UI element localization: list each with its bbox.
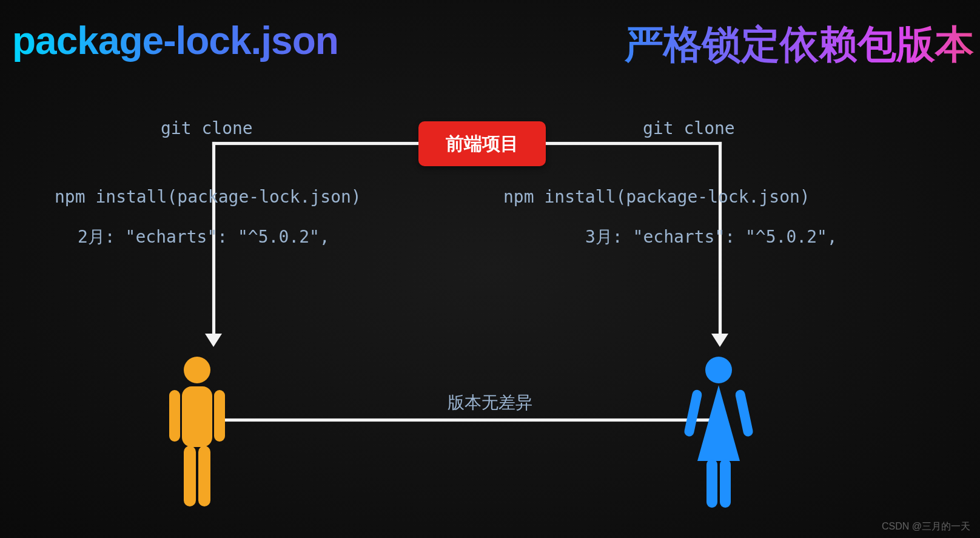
- person-left-icon: [161, 355, 233, 513]
- version-left-label: 2月: "echarts": "^5.0.2",: [78, 226, 330, 249]
- line-top-left: [212, 142, 418, 145]
- npm-install-left-label: npm install(package-lock.json): [55, 187, 361, 207]
- arrowhead-right-icon: [711, 334, 728, 347]
- npm-install-right-label: npm install(package-lock.json): [503, 187, 810, 207]
- svg-rect-1: [182, 386, 212, 447]
- svg-rect-11: [720, 459, 731, 508]
- title-left: package-lock.json: [12, 18, 338, 63]
- line-bottom: [218, 419, 710, 422]
- svg-rect-2: [169, 390, 180, 442]
- svg-rect-9: [734, 389, 754, 437]
- svg-point-0: [184, 357, 210, 383]
- person-right-icon: [682, 355, 755, 513]
- diagram-stage: package-lock.json 严格锁定依赖包版本 前端项目 git clo…: [0, 0, 980, 538]
- arrowhead-left-icon: [205, 334, 222, 347]
- line-top-right: [546, 142, 722, 145]
- svg-rect-10: [706, 459, 717, 508]
- project-box: 前端项目: [418, 121, 546, 166]
- git-clone-left-label: git clone: [161, 118, 253, 138]
- title-right: 严格锁定依赖包版本: [625, 18, 974, 71]
- svg-rect-3: [214, 390, 225, 442]
- watermark: CSDN @三月的一天: [882, 520, 970, 533]
- svg-rect-5: [198, 446, 210, 506]
- svg-marker-7: [697, 385, 740, 461]
- svg-rect-8: [683, 389, 703, 437]
- version-right-label: 3月: "echarts": "^5.0.2",: [585, 226, 837, 249]
- svg-point-6: [705, 357, 732, 383]
- git-clone-right-label: git clone: [643, 118, 735, 138]
- svg-rect-4: [184, 446, 196, 506]
- center-bottom-label: 版本无差异: [0, 391, 980, 414]
